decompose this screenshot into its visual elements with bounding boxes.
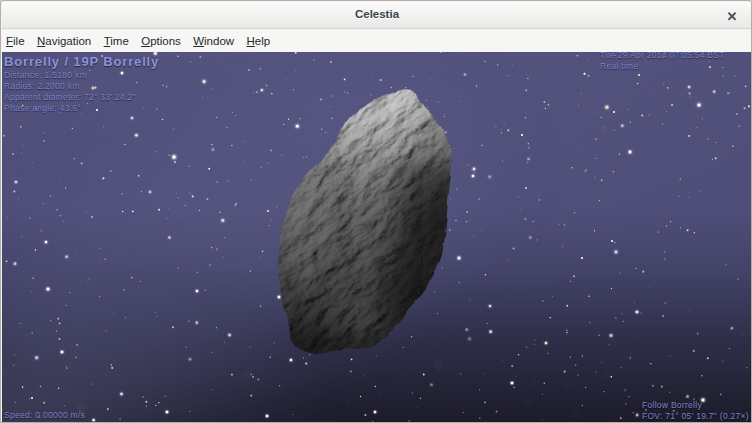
selection-radius: Radius: 2.2000 km: [4, 81, 159, 92]
selection-phase-angle: Phase angle: 43.6°: [4, 103, 159, 114]
time-info: Tue 29 Apr 2014 07:05:54 BST Real time: [600, 52, 725, 72]
title-bar[interactable]: Celestia ✕: [2, 2, 752, 29]
follow-text: Follow Borrelly: [642, 400, 749, 411]
time-mode-text: Real time: [600, 61, 725, 72]
selection-distance: Distance: 1.5180 km: [4, 70, 159, 81]
menu-options[interactable]: Options: [135, 32, 187, 51]
menu-window[interactable]: Window: [187, 32, 240, 51]
window-title: Celestia: [2, 8, 752, 20]
menu-file[interactable]: File: [2, 32, 31, 51]
menu-time[interactable]: Time: [97, 32, 135, 51]
space-viewport[interactable]: Borrelly / 19P Borrelly Distance: 1.5180…: [2, 52, 752, 423]
celestia-window: Celestia ✕ File Navigation Time Options …: [0, 0, 752, 423]
close-button[interactable]: ✕: [723, 7, 741, 25]
status-info: Follow Borrelly FOV: 71° 05' 19.7" (0.27…: [642, 400, 749, 422]
fov-text: FOV: 71° 05' 19.7" (0.27×): [642, 411, 749, 422]
speed-text: Speed: 0.00000 m/s: [4, 410, 85, 421]
datetime-text: Tue 29 Apr 2014 07:05:54 BST: [600, 52, 725, 61]
menu-bar: File Navigation Time Options Window Help: [2, 30, 752, 52]
selection-info: Borrelly / 19P Borrelly Distance: 1.5180…: [4, 55, 159, 114]
speed-info: Speed: 0.00000 m/s: [4, 410, 85, 421]
menu-navigation[interactable]: Navigation: [31, 32, 98, 51]
selection-title: Borrelly / 19P Borrelly: [4, 55, 159, 69]
menu-help[interactable]: Help: [240, 32, 276, 51]
selection-apparent-diameter: Apparent diameter: 72° 33' 24.2": [4, 92, 159, 103]
